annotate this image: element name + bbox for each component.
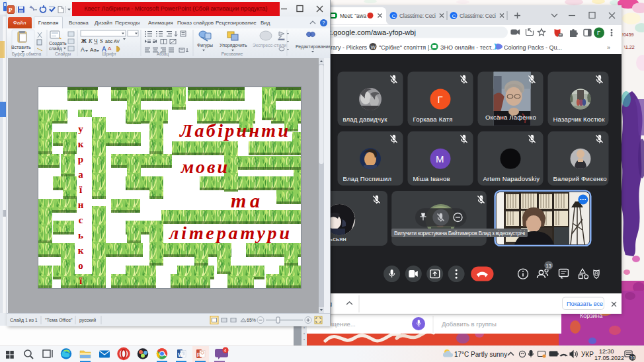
svg-text:ЗНО онлайн - тест...: ЗНО онлайн - тест... — [440, 44, 496, 51]
svg-text:abc: abc — [105, 39, 113, 44]
svg-text:Показать все: Показать все — [567, 301, 603, 307]
svg-text:C: C — [452, 13, 456, 19]
svg-text:Г: Г — [438, 94, 443, 105]
svg-text:t.google.com/awa-yfop-wbj: t.google.com/awa-yfop-wbj — [329, 28, 416, 36]
svg-text:Валерий Фисенко: Валерий Фисенко — [553, 175, 607, 182]
svg-text:Упорядочить: Упорядочить — [220, 43, 247, 48]
svg-text:Г: Г — [597, 30, 600, 36]
svg-text:17°C Partly sunny: 17°C Partly sunny — [454, 351, 507, 358]
svg-text:12:30: 12:30 — [599, 348, 614, 355]
svg-text:влад давидчук: влад давидчук — [343, 116, 388, 123]
svg-text:УКР: УКР — [581, 351, 594, 358]
svg-text:W: W — [371, 44, 376, 50]
svg-text:AV: AV — [114, 39, 120, 44]
svg-text:щение...: щение... — [331, 320, 356, 328]
svg-text:Назарчик Костюк: Назарчик Костюк — [553, 116, 606, 123]
svg-text:А: А — [108, 46, 112, 52]
svg-text:P: P — [197, 351, 201, 358]
svg-text:W: W — [178, 351, 184, 358]
svg-text:Экспресс-стили: Экспресс-стили — [253, 43, 286, 48]
svg-text:Слайд 1 из 1: Слайд 1 из 1 — [10, 318, 38, 323]
svg-text:Фигуры: Фигуры — [197, 43, 213, 48]
svg-text:слайд: слайд — [49, 46, 61, 52]
svg-text:!0459: !0459 — [622, 32, 634, 37]
svg-text:Meet: "awa: Meet: "awa — [340, 13, 366, 19]
svg-text:Artem Napadovskiy: Artem Napadovskiy — [483, 175, 540, 182]
svg-text:Classtime: Ceci: Classtime: Ceci — [460, 13, 496, 19]
svg-text:Вставить: Вставить — [11, 45, 31, 50]
svg-text:Ж: Ж — [81, 38, 87, 44]
svg-text:Ч: Ч — [94, 38, 98, 44]
svg-text:К: К — [88, 38, 93, 44]
svg-text:C: C — [392, 13, 396, 19]
svg-text:Горкава Катя: Горкава Катя — [413, 116, 453, 123]
svg-text:Вилучити користувача Байтимеро: Вилучити користувача Байтимеров Влад з в… — [394, 230, 525, 236]
svg-text:Міша Іванов: Міша Іванов — [413, 175, 450, 182]
svg-text:М: М — [436, 153, 444, 164]
svg-text:4: 4 — [224, 348, 227, 353]
svg-text:"Тема Office": "Тема Office" — [45, 318, 73, 322]
svg-text:S: S — [100, 38, 103, 44]
svg-text:Редактирование: Редактирование — [296, 44, 330, 50]
svg-text:\1.22: \1.22 — [624, 45, 635, 50]
svg-text:Classtime: Ceci: Classtime: Ceci — [399, 13, 436, 19]
svg-text:P: P — [9, 7, 13, 13]
svg-text:rary - Plickers: rary - Plickers — [331, 44, 368, 51]
svg-text:русский: русский — [79, 318, 96, 323]
svg-text:Coloring Packs - Qu...: Coloring Packs - Qu... — [504, 44, 562, 51]
svg-text:Создать: Создать — [49, 41, 67, 46]
svg-text:Добавить в группы: Добавить в группы — [442, 320, 497, 328]
svg-text:13: 13 — [546, 263, 551, 269]
svg-text:»: » — [607, 44, 610, 51]
svg-text:"Срібне" століття |...: "Срібне" століття |... — [379, 44, 434, 51]
svg-text:ьсьян: ьсьян — [329, 235, 346, 242]
svg-text:Оксана Лафенко: Оксана Лафенко — [485, 114, 536, 121]
svg-text:65%: 65% — [247, 318, 256, 322]
svg-text:Влад Поспишил: Влад Поспишил — [343, 175, 392, 182]
svg-text:10: 10 — [630, 355, 635, 360]
svg-text:17.05.2022: 17.05.2022 — [594, 355, 624, 361]
